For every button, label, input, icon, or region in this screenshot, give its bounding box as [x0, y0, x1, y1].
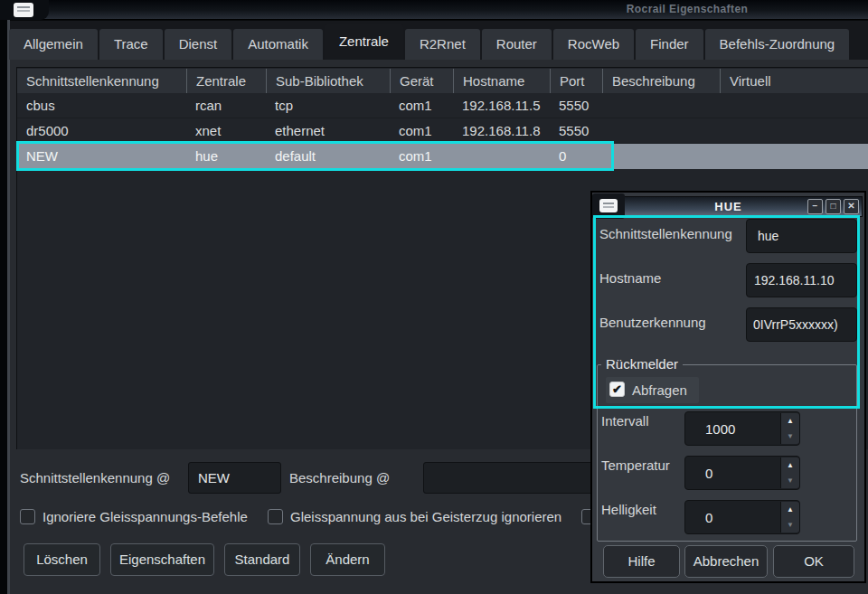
temperature-spinner: ▲ ▼ [684, 456, 800, 490]
brightness-spinner: ▲ ▼ [684, 500, 800, 534]
ok-button[interactable]: OK [773, 545, 854, 578]
cell: cbus [17, 93, 186, 118]
cell [602, 144, 720, 169]
abfragen-label: Abfragen [632, 382, 687, 398]
cell [720, 93, 868, 118]
help-button[interactable]: Hilfe [603, 545, 680, 578]
tab-zentrale[interactable]: Zentrale [325, 24, 403, 60]
column-header-beschreibung[interactable]: Beschreibung [602, 69, 720, 93]
temperature-label: Temperatur [601, 457, 670, 473]
dlg-hostname-label: Hostname [599, 270, 661, 286]
standard-button[interactable]: Standard [224, 543, 300, 576]
interval-label: Intervall [601, 413, 649, 429]
column-header-virtuell[interactable]: Virtuell [720, 69, 868, 93]
delete-button[interactable]: Löschen [24, 543, 100, 576]
cancel-button[interactable]: Abbrechen [684, 545, 768, 578]
tab-befehls-zuordnung[interactable]: Befehls-Zuordnung [705, 29, 850, 60]
table-row-dr5000[interactable]: dr5000 xnet ethernet com1 192.168.11.8 5… [17, 118, 868, 144]
cell: 192.168.11.8 [453, 118, 550, 143]
cell: default [266, 144, 390, 169]
hue-dialog-icon-tab [592, 193, 625, 219]
hue-dialog-window-controls: − □ ✕ [807, 199, 859, 214]
cell: 192.168.11.5 [453, 93, 550, 118]
spin-down-icon[interactable]: ▼ [781, 429, 799, 444]
dlg-hostname-input[interactable] [746, 263, 857, 297]
table-row-cbus[interactable]: cbus rcan tcp com1 192.168.11.5 5550 [17, 93, 868, 118]
app-icon-tab [0, 0, 49, 20]
spinner-buttons: ▲ ▼ [780, 413, 798, 444]
cell: rcan [186, 93, 266, 118]
tab-rocweb[interactable]: RocWeb [553, 29, 634, 60]
rueckmelder-group-label: Rückmelder [601, 356, 683, 372]
column-header-hostname[interactable]: Hostname [453, 69, 550, 93]
spin-up-icon[interactable]: ▲ [781, 457, 799, 473]
tab-automatik[interactable]: Automatik [233, 29, 323, 60]
spin-up-icon[interactable]: ▲ [781, 502, 799, 517]
tab-bar: Allgemein Trace Dienst Automatik Zentral… [9, 24, 849, 60]
tab-allgemein[interactable]: Allgemein [9, 29, 98, 60]
column-header-zentrale[interactable]: Zentrale [186, 69, 266, 93]
tab-finder[interactable]: Finder [636, 29, 703, 60]
cell [720, 144, 868, 169]
dlg-userid-label: Benutzerkennung [599, 315, 706, 330]
cell: hue [186, 144, 266, 169]
column-header-geraet[interactable]: Gerät [390, 69, 453, 93]
tab-dienst[interactable]: Dienst [165, 29, 232, 60]
interval-spinner: ▲ ▼ [684, 411, 800, 446]
iid-label: Schnittstellenkennung @ [20, 470, 170, 486]
dlg-userid-input[interactable] [746, 307, 857, 342]
description-input[interactable] [423, 462, 604, 494]
hue-dialog: HUE − □ ✕ Schnittstellenkennung Hostname… [590, 191, 866, 583]
spinner-buttons: ▲ ▼ [780, 457, 798, 488]
maximize-icon[interactable]: □ [826, 199, 841, 214]
table-row-new-selected[interactable]: NEW hue default com1 0 [17, 144, 868, 169]
cell: com1 [390, 118, 453, 143]
dlg-iid-input[interactable] [746, 219, 857, 253]
abfragen-checkbox[interactable]: ✔ [609, 382, 625, 397]
spin-down-icon[interactable]: ▼ [781, 517, 799, 533]
cell: NEW [17, 144, 186, 169]
cell [720, 118, 868, 143]
power-off-ghost-checkbox[interactable] [268, 509, 283, 524]
tab-trace[interactable]: Trace [99, 29, 163, 60]
hue-dialog-titlebar[interactable]: HUE − □ ✕ [594, 196, 863, 217]
cell [602, 93, 720, 118]
close-icon[interactable]: ✕ [844, 199, 859, 214]
column-header-sub-bibliothek[interactable]: Sub-Bibliothek [266, 69, 390, 93]
ignore-power-commands-label: Ignoriere Gleisspannungs-Befehle [42, 509, 248, 524]
cell: tcp [266, 93, 390, 118]
iid-input[interactable] [188, 462, 281, 494]
cell: xnet [186, 118, 266, 143]
checkmark-icon: ✔ [612, 382, 622, 396]
brightness-input[interactable] [685, 501, 776, 533]
spin-down-icon[interactable]: ▼ [781, 473, 799, 488]
ignore-power-commands-checkbox[interactable] [20, 509, 35, 524]
cell: com1 [390, 93, 453, 118]
cell: 5550 [550, 93, 602, 118]
main-titlebar[interactable]: Rocrail Eigenschaften [0, 0, 868, 20]
cell [453, 144, 550, 169]
cell: 5550 [550, 118, 602, 143]
cell [602, 118, 720, 143]
dlg-iid-label: Schnittstellenkennung [599, 226, 732, 241]
change-button[interactable]: Ändern [310, 543, 385, 576]
window-left-border [0, 20, 7, 594]
column-header-port[interactable]: Port [550, 69, 602, 93]
description-label: Beschreibung @ [289, 470, 390, 486]
rocrail-icon [599, 199, 618, 212]
cell: com1 [390, 144, 453, 169]
cell: 0 [550, 144, 602, 169]
table-header-row: Schnittstellenkennung Zentrale Sub-Bibli… [17, 69, 868, 93]
column-header-schnittstellenkennung[interactable]: Schnittstellenkennung [17, 69, 186, 93]
spinner-buttons: ▲ ▼ [780, 502, 798, 533]
cell: ethernet [266, 118, 390, 143]
rocrail-icon [14, 3, 33, 17]
tab-r2rnet[interactable]: R2Rnet [405, 29, 480, 60]
cell: dr5000 [17, 118, 186, 143]
minimize-icon[interactable]: − [807, 199, 823, 214]
temperature-input[interactable] [685, 457, 776, 489]
properties-button[interactable]: Eigenschaften [110, 543, 214, 576]
interval-input[interactable] [685, 412, 776, 445]
spin-up-icon[interactable]: ▲ [781, 413, 799, 429]
tab-router[interactable]: Router [482, 29, 552, 60]
